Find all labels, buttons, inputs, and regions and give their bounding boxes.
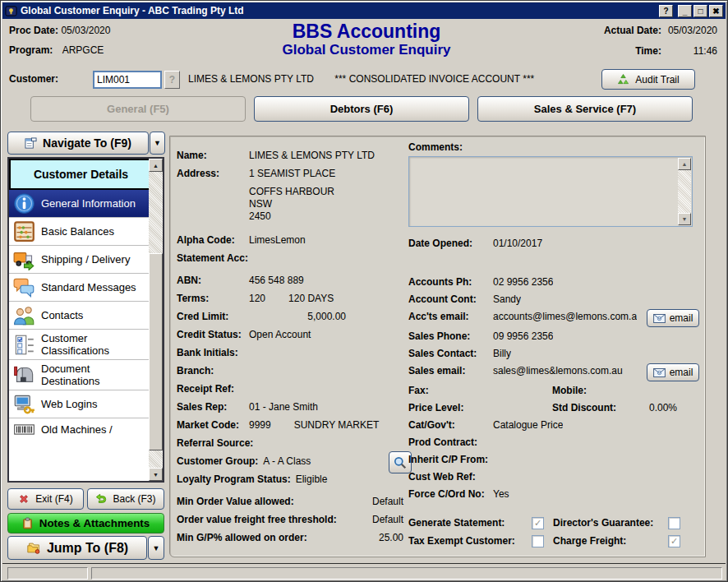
truck-icon [13, 248, 35, 270]
field-row: Order value freight free threshold: Defa… [177, 514, 403, 532]
program-value: ARPGCE [62, 44, 104, 56]
sidebar-item-label: Web Logins [41, 398, 97, 410]
messages-icon [13, 276, 35, 298]
field-label: Statement Acc: [177, 252, 253, 264]
navigate-to-button[interactable]: Navigate To (F9) [7, 132, 149, 155]
field-label: Acc'ts email: [408, 311, 493, 322]
field-value: 120 [249, 293, 265, 304]
back-button[interactable]: Back (F3) [87, 488, 164, 510]
minimize-button[interactable]: _ [678, 5, 692, 17]
field-value: Eligible [296, 473, 328, 485]
sidebar-scrollbar[interactable]: ▲ ▼ [149, 159, 163, 481]
field-value: Default [372, 496, 403, 507]
field-row: Market Code: 9999 SUNDRY MARKET [177, 419, 403, 437]
maximize-button[interactable]: □ [693, 5, 707, 17]
customer-code-input[interactable] [93, 71, 162, 89]
tab-button[interactable]: General (F5) [30, 96, 246, 122]
sidebar-item[interactable]: Shipping / Delivery [9, 246, 150, 274]
field-row: Terms: 120 120 DAYS [177, 293, 403, 311]
proc-date-value: 05/03/2020 [61, 25, 110, 36]
sidebar-item[interactable]: General Information [9, 190, 150, 218]
field-label: Price Level: [408, 402, 493, 413]
field-row: Loyalty Program Status: Eligible [177, 473, 403, 492]
close-button[interactable]: ✖ [709, 5, 723, 17]
sidebar-item-label: Customer Classifications [41, 332, 149, 357]
scroll-down-arrow[interactable]: ▼ [149, 468, 163, 481]
sidebar-item[interactable]: Document Destinations [9, 360, 150, 390]
field-row: Min Order Value allowed: Default [177, 496, 403, 514]
sidebar-item[interactable]: Customer Classifications [9, 330, 150, 360]
field-row: Branch: [177, 365, 403, 383]
notes-attachments-button[interactable]: Notes & Attachments [7, 513, 164, 534]
window-title: Global Customer Enquiry - ABC Trading Pt… [21, 5, 244, 16]
email-button-label: email [670, 367, 693, 378]
field-label-2: Std Discount: [552, 402, 649, 413]
field-label: Bank Initials: [177, 347, 249, 358]
time-value: 11:46 [668, 45, 717, 57]
field-value: Default [372, 514, 403, 525]
field-label: ABN: [177, 275, 249, 286]
field-value: Sandy [493, 293, 521, 305]
scrollbar-thumb[interactable] [149, 253, 163, 450]
comments-label: Comments: [408, 141, 701, 155]
checkbox[interactable] [532, 535, 544, 547]
field-label-2: Mobile: [552, 385, 649, 396]
scroll-up-arrow[interactable]: ▲ [149, 159, 163, 172]
field-label: Sales Phone: [408, 330, 493, 342]
field-value: 09 9956 2356 [493, 330, 553, 342]
email-button[interactable]: email [647, 309, 699, 327]
checkbox[interactable] [668, 517, 680, 529]
field-label: Receipt Ref: [177, 383, 249, 395]
field-row: Price Level: Std Discount: 0.00% [408, 402, 701, 419]
titlebar-buttons: ? _ □ ✖ [659, 5, 723, 17]
field-label: Inherit C/P From: [408, 454, 493, 465]
field-label: Address: [177, 168, 249, 179]
checkbox-label: Charge Freight: [553, 535, 668, 547]
scroll-up-arrow[interactable]: ▲ [678, 158, 691, 170]
checkbox[interactable] [668, 535, 680, 547]
field-row: Sales Rep: 01 - Jane Smith [177, 401, 403, 419]
email-button[interactable]: email [647, 363, 699, 381]
comments-box[interactable]: ▲ ▼ [408, 156, 693, 227]
comments-scrollbar[interactable]: ▲ ▼ [678, 158, 691, 225]
field-value: accounts@limes@lemons.com.a [493, 311, 637, 322]
customer-label: Customer: [9, 73, 58, 85]
app-title: BBS Accounting [223, 21, 510, 42]
field-row: Inherit C/P From: [408, 454, 701, 471]
screen-title: Global Customer Enquiry [223, 42, 510, 58]
navigate-dropdown-arrow[interactable]: ▼ [150, 132, 165, 155]
field-label: Cust Web Ref: [408, 471, 493, 483]
field-row: Customer Group: A - A Class [177, 455, 403, 473]
sidebar-item[interactable]: Standard Messages [9, 274, 150, 302]
sidebar-item[interactable]: Customer Details [9, 159, 150, 190]
field-label: Referral Source: [177, 437, 258, 449]
back-label: Back (F3) [113, 493, 155, 505]
field-value: A - A Class [263, 455, 311, 467]
tab-button[interactable]: Sales & Service (F7) [477, 96, 693, 122]
field-value: 5,000.00 [249, 311, 346, 322]
checkbox-row: Tax Exempt Customer: Charge Freight: [408, 532, 701, 550]
field-row: Min G/P% allowed on order: 25.00 [177, 532, 403, 550]
field-value: 01/10/2017 [493, 238, 542, 249]
statusbar-left [7, 567, 88, 580]
audit-trail-button[interactable]: Audit Trail [601, 69, 695, 90]
sidebar-item[interactable]: Web Logins [9, 390, 150, 418]
exit-label: Exit (F4) [35, 493, 72, 505]
left-field-column: Name: LIMES & LEMONS PTY LTD Address: 1 … [177, 150, 403, 550]
checkbox[interactable] [532, 517, 544, 529]
sidebar-item[interactable]: Basic Balances [9, 218, 150, 246]
jump-dropdown-arrow[interactable]: ▼ [148, 536, 164, 560]
scroll-down-arrow[interactable]: ▼ [678, 213, 691, 225]
tab-button[interactable]: Debtors (F6) [254, 96, 469, 122]
sidebar-item-label: Standard Messages [41, 281, 136, 293]
exit-button[interactable]: Exit (F4) [7, 488, 84, 510]
sidebar-item[interactable]: Contacts [9, 302, 150, 330]
customer-lookup-button[interactable]: ? [164, 71, 180, 89]
jump-to-button[interactable]: Jump To (F8) [7, 536, 147, 560]
program: Program: ARPGCE [9, 44, 104, 56]
field-value: Open Account [249, 329, 311, 340]
field-value: Catalogue Price [493, 419, 563, 431]
help-button[interactable]: ? [659, 5, 673, 17]
field-label: Account Cont: [408, 293, 493, 305]
sidebar-item[interactable]: Old Machines / [9, 418, 150, 440]
